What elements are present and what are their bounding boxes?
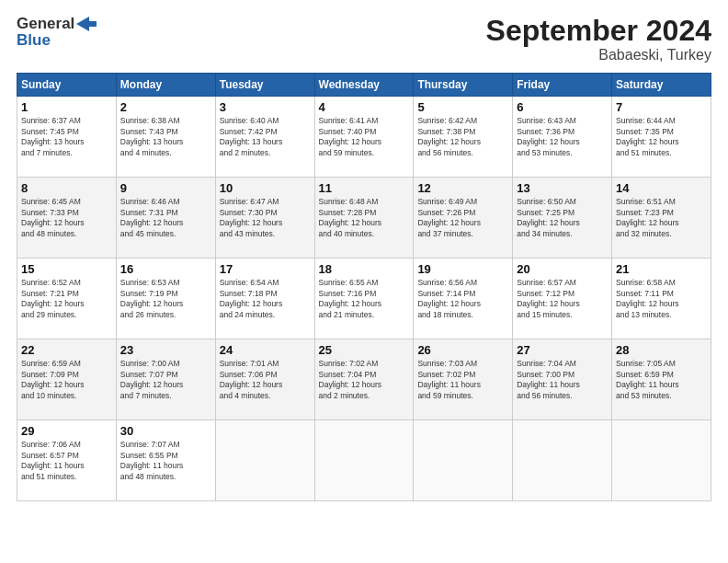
svg-marker-0 [76,17,97,31]
cell-info: Sunrise: 6:47 AMSunset: 7:30 PMDaylight:… [220,197,311,239]
calendar-cell: 7Sunrise: 6:44 AMSunset: 7:35 PMDaylight… [612,97,711,178]
calendar-cell: 1Sunrise: 6:37 AMSunset: 7:45 PMDaylight… [17,97,117,178]
cell-info: Sunrise: 6:41 AMSunset: 7:40 PMDaylight:… [319,116,410,158]
day-number: 18 [319,262,410,276]
col-header-friday: Friday [513,74,612,97]
cell-info: Sunrise: 6:50 AMSunset: 7:25 PMDaylight:… [517,197,608,239]
day-number: 3 [220,100,311,114]
cell-info: Sunrise: 7:04 AMSunset: 7:00 PMDaylight:… [517,359,608,401]
day-number: 8 [21,181,112,195]
cell-info: Sunrise: 7:01 AMSunset: 7:06 PMDaylight:… [220,359,311,401]
calendar-cell: 9Sunrise: 6:46 AMSunset: 7:31 PMDaylight… [116,178,215,259]
day-number: 14 [616,181,707,195]
logo-arrow-icon [76,17,97,31]
cell-info: Sunrise: 6:57 AMSunset: 7:12 PMDaylight:… [517,278,608,320]
day-number: 23 [120,343,211,357]
day-number: 27 [517,343,608,357]
cell-info: Sunrise: 7:02 AMSunset: 7:04 PMDaylight:… [319,359,410,401]
cell-info: Sunrise: 6:48 AMSunset: 7:28 PMDaylight:… [319,197,410,239]
day-number: 19 [417,262,508,276]
week-row-4: 22Sunrise: 6:59 AMSunset: 7:09 PMDayligh… [17,339,711,420]
day-number: 25 [319,343,410,357]
calendar-cell: 24Sunrise: 7:01 AMSunset: 7:06 PMDayligh… [215,339,314,420]
day-number: 30 [120,424,211,438]
day-number: 22 [21,343,112,357]
calendar-cell [314,420,414,501]
calendar-cell: 4Sunrise: 6:41 AMSunset: 7:40 PMDaylight… [314,97,414,178]
calendar-cell [215,420,314,501]
calendar-subtitle: Babaeski, Turkey [486,47,711,63]
day-number: 29 [21,424,112,438]
week-row-3: 15Sunrise: 6:52 AMSunset: 7:21 PMDayligh… [17,259,711,339]
cell-info: Sunrise: 6:37 AMSunset: 7:45 PMDaylight:… [21,116,112,158]
col-header-sunday: Sunday [17,74,117,97]
cell-info: Sunrise: 7:07 AMSunset: 6:55 PMDaylight:… [120,440,211,482]
calendar-cell [414,420,513,501]
col-header-thursday: Thursday [414,74,513,97]
cell-info: Sunrise: 6:59 AMSunset: 7:09 PMDaylight:… [21,359,112,401]
calendar-cell: 13Sunrise: 6:50 AMSunset: 7:25 PMDayligh… [513,178,612,259]
cell-info: Sunrise: 6:45 AMSunset: 7:33 PMDaylight:… [21,197,112,239]
calendar-cell: 3Sunrise: 6:40 AMSunset: 7:42 PMDaylight… [215,97,314,178]
calendar-cell: 21Sunrise: 6:58 AMSunset: 7:11 PMDayligh… [612,259,711,339]
day-number: 17 [220,262,311,276]
week-row-1: 1Sunrise: 6:37 AMSunset: 7:45 PMDaylight… [17,97,711,178]
title-block: September 2024 Babaeski, Turkey [486,15,711,63]
day-number: 15 [21,262,112,276]
calendar-cell [612,420,711,501]
calendar-cell: 22Sunrise: 6:59 AMSunset: 7:09 PMDayligh… [17,339,117,420]
cell-info: Sunrise: 6:52 AMSunset: 7:21 PMDaylight:… [21,278,112,320]
calendar-cell: 10Sunrise: 6:47 AMSunset: 7:30 PMDayligh… [215,178,314,259]
col-header-tuesday: Tuesday [215,74,314,97]
cell-info: Sunrise: 6:44 AMSunset: 7:35 PMDaylight:… [616,116,707,158]
calendar-cell: 20Sunrise: 6:57 AMSunset: 7:12 PMDayligh… [513,259,612,339]
calendar-cell [513,420,612,501]
cell-info: Sunrise: 7:03 AMSunset: 7:02 PMDaylight:… [417,359,508,401]
calendar-cell: 17Sunrise: 6:54 AMSunset: 7:18 PMDayligh… [215,259,314,339]
day-number: 13 [517,181,608,195]
day-number: 16 [120,262,211,276]
cell-info: Sunrise: 6:55 AMSunset: 7:16 PMDaylight:… [319,278,410,320]
calendar-header-row: SundayMondayTuesdayWednesdayThursdayFrid… [17,74,711,97]
calendar-cell: 29Sunrise: 7:06 AMSunset: 6:57 PMDayligh… [17,420,117,501]
calendar-cell: 27Sunrise: 7:04 AMSunset: 7:00 PMDayligh… [513,339,612,420]
calendar-cell: 5Sunrise: 6:42 AMSunset: 7:38 PMDaylight… [414,97,513,178]
calendar-cell: 23Sunrise: 7:00 AMSunset: 7:07 PMDayligh… [116,339,215,420]
cell-info: Sunrise: 7:00 AMSunset: 7:07 PMDaylight:… [120,359,211,401]
day-number: 2 [120,100,211,114]
calendar-cell: 8Sunrise: 6:45 AMSunset: 7:33 PMDaylight… [17,178,117,259]
cell-info: Sunrise: 6:56 AMSunset: 7:14 PMDaylight:… [417,278,508,320]
cell-info: Sunrise: 6:54 AMSunset: 7:18 PMDaylight:… [220,278,311,320]
calendar-cell: 28Sunrise: 7:05 AMSunset: 6:59 PMDayligh… [612,339,711,420]
col-header-monday: Monday [116,74,215,97]
calendar-cell: 2Sunrise: 6:38 AMSunset: 7:43 PMDaylight… [116,97,215,178]
day-number: 20 [517,262,608,276]
day-number: 6 [517,100,608,114]
calendar-cell: 11Sunrise: 6:48 AMSunset: 7:28 PMDayligh… [314,178,414,259]
calendar-cell: 6Sunrise: 6:43 AMSunset: 7:36 PMDaylight… [513,97,612,178]
logo: General Blue [17,15,97,50]
day-number: 7 [616,100,707,114]
week-row-5: 29Sunrise: 7:06 AMSunset: 6:57 PMDayligh… [17,420,711,501]
calendar-cell: 14Sunrise: 6:51 AMSunset: 7:23 PMDayligh… [612,178,711,259]
calendar-table: SundayMondayTuesdayWednesdayThursdayFrid… [17,73,711,501]
day-number: 26 [417,343,508,357]
calendar-cell: 12Sunrise: 6:49 AMSunset: 7:26 PMDayligh… [414,178,513,259]
day-number: 5 [417,100,508,114]
day-number: 11 [319,181,410,195]
cell-info: Sunrise: 6:53 AMSunset: 7:19 PMDaylight:… [120,278,211,320]
week-row-2: 8Sunrise: 6:45 AMSunset: 7:33 PMDaylight… [17,178,711,259]
calendar-cell: 19Sunrise: 6:56 AMSunset: 7:14 PMDayligh… [414,259,513,339]
col-header-saturday: Saturday [612,74,711,97]
calendar-cell: 25Sunrise: 7:02 AMSunset: 7:04 PMDayligh… [314,339,414,420]
day-number: 24 [220,343,311,357]
day-number: 1 [21,100,112,114]
col-header-wednesday: Wednesday [314,74,414,97]
cell-info: Sunrise: 7:05 AMSunset: 6:59 PMDaylight:… [616,359,707,401]
calendar-cell: 16Sunrise: 6:53 AMSunset: 7:19 PMDayligh… [116,259,215,339]
cell-info: Sunrise: 7:06 AMSunset: 6:57 PMDaylight:… [21,440,112,482]
cell-info: Sunrise: 6:38 AMSunset: 7:43 PMDaylight:… [120,116,211,158]
calendar-cell: 26Sunrise: 7:03 AMSunset: 7:02 PMDayligh… [414,339,513,420]
logo-general: General [17,15,74,33]
cell-info: Sunrise: 6:58 AMSunset: 7:11 PMDaylight:… [616,278,707,320]
